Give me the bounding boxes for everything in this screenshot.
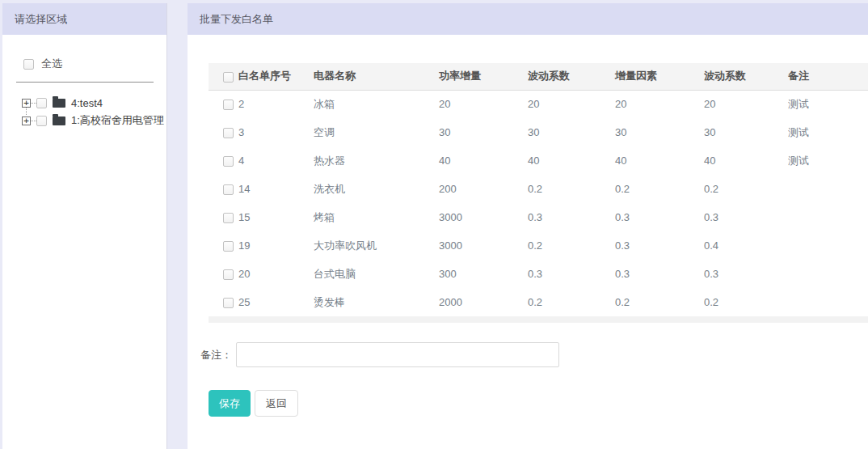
table-cell: 25 xyxy=(238,288,314,316)
table-cell: 30 xyxy=(704,118,788,146)
remark-input[interactable] xyxy=(236,342,559,367)
table-cell: 冰箱 xyxy=(314,90,439,118)
table-cell: 40 xyxy=(528,146,615,175)
expand-plus-icon[interactable]: + xyxy=(22,116,31,125)
table-row: 3空调30303030测试 xyxy=(209,118,868,146)
table-row: 25烫发棒20000.20.20.2 xyxy=(209,288,868,316)
table-cell: 0.3 xyxy=(615,203,704,231)
back-button[interactable]: 返回 xyxy=(255,390,298,417)
table-cell: 40 xyxy=(615,146,704,175)
expand-plus-icon[interactable]: + xyxy=(22,99,31,108)
row-checkbox[interactable] xyxy=(223,213,234,223)
table-cell: 台式电脑 xyxy=(314,260,439,288)
table-cell: 15 xyxy=(238,203,314,231)
table-cell xyxy=(788,288,868,316)
table-cell: 烫发棒 xyxy=(314,288,439,316)
action-buttons: 保存 返回 xyxy=(209,390,298,417)
table-cell: 20 xyxy=(238,260,314,288)
column-header: 功率增量 xyxy=(439,63,528,90)
table-row: 20台式电脑3000.30.30.3 xyxy=(209,260,868,288)
table-cell: 热水器 xyxy=(314,146,439,175)
table-row: 4热水器40404040测试 xyxy=(209,146,868,175)
table-cell: 4 xyxy=(238,146,314,175)
tree-node-label[interactable]: 1:高校宿舍用电管理 xyxy=(71,113,164,128)
whitelist-table-viewport: 白名单序号 电器名称 功率增量 波动系数 增量因素 波动系数 备注 2冰箱202… xyxy=(209,63,868,316)
row-checkbox[interactable] xyxy=(223,269,234,280)
table-cell: 30 xyxy=(615,118,704,146)
row-checkbox[interactable] xyxy=(223,298,234,308)
select-all-rows-checkbox[interactable] xyxy=(223,72,234,83)
folder-icon xyxy=(53,116,65,125)
row-checkbox[interactable] xyxy=(223,100,234,110)
table-cell: 3000 xyxy=(439,231,528,260)
sidebar-divider xyxy=(16,82,154,83)
table-row: 19大功率吹风机30000.20.30.4 xyxy=(209,231,868,260)
row-checkbox[interactable] xyxy=(223,241,234,252)
whitelist-table: 白名单序号 电器名称 功率增量 波动系数 增量因素 波动系数 备注 2冰箱202… xyxy=(209,63,868,316)
column-header: 白名单序号 xyxy=(238,63,314,90)
remark-row: 备注： xyxy=(200,342,559,367)
table-cell: 空调 xyxy=(314,118,439,146)
table-cell: 0.2 xyxy=(615,288,704,316)
table-cell: 14 xyxy=(238,175,314,203)
horizontal-scrollbar[interactable] xyxy=(209,316,868,323)
remark-label: 备注： xyxy=(200,348,232,362)
table-cell: 洗衣机 xyxy=(314,175,439,203)
table-cell: 0.2 xyxy=(704,288,788,316)
table-cell: 测试 xyxy=(788,90,868,118)
table-row: 14洗衣机2000.20.20.2 xyxy=(209,175,868,203)
tree-node-label[interactable]: 4:test4 xyxy=(71,97,103,109)
table-cell: 2 xyxy=(238,90,314,118)
table-cell: 30 xyxy=(528,118,615,146)
table-cell: 0.2 xyxy=(528,175,615,203)
table-cell: 300 xyxy=(439,260,528,288)
tree-node: + 4:test4 xyxy=(22,96,166,109)
page-title: 批量下发白名单 xyxy=(188,3,868,35)
tree-connector xyxy=(31,121,36,121)
table-cell: 0.2 xyxy=(528,288,615,316)
table-cell: 0.2 xyxy=(528,231,615,260)
row-checkbox[interactable] xyxy=(223,156,234,167)
table-cell: 20 xyxy=(528,90,615,118)
table-cell: 0.4 xyxy=(704,231,788,260)
table-cell: 20 xyxy=(615,90,704,118)
sidebar-title: 请选择区域 xyxy=(2,3,166,35)
whitelist-panel: 批量下发白名单 白名单序号 电器名称 功率增量 波动系数 增量因素 波动系数 备… xyxy=(188,3,868,449)
table-cell xyxy=(788,175,868,203)
table-cell: 3 xyxy=(238,118,314,146)
select-all-checkbox[interactable] xyxy=(23,59,34,70)
table-cell: 测试 xyxy=(788,146,868,175)
row-checkbox[interactable] xyxy=(223,184,234,195)
column-header: 增量因素 xyxy=(615,63,704,90)
table-cell: 0.3 xyxy=(615,231,704,260)
select-all-label[interactable]: 全选 xyxy=(41,57,62,71)
table-cell: 0.3 xyxy=(528,260,615,288)
table-cell: 200 xyxy=(439,175,528,203)
select-all-row: 全选 xyxy=(23,57,166,71)
column-header: 电器名称 xyxy=(314,63,439,90)
region-sidebar: 请选择区域 全选 + 4:test4 + 1:高校宿舍用电管理 xyxy=(2,3,167,449)
table-header-row: 白名单序号 电器名称 功率增量 波动系数 增量因素 波动系数 备注 xyxy=(209,63,868,90)
tree-node: + 1:高校宿舍用电管理 xyxy=(22,114,166,127)
table-cell: 40 xyxy=(704,146,788,175)
column-header: 备注 xyxy=(788,63,868,90)
table-cell: 0.3 xyxy=(704,203,788,231)
table-cell: 20 xyxy=(439,90,528,118)
column-header: 波动系数 xyxy=(528,63,615,90)
table-cell: 0.2 xyxy=(615,175,704,203)
table-cell xyxy=(788,231,868,260)
tree-node-checkbox[interactable] xyxy=(36,98,47,108)
table-cell: 0.3 xyxy=(528,203,615,231)
table-cell: 40 xyxy=(439,146,528,175)
table-cell xyxy=(788,260,868,288)
table-cell: 30 xyxy=(439,118,528,146)
region-tree: + 4:test4 + 1:高校宿舍用电管理 xyxy=(22,96,166,127)
table-cell: 0.2 xyxy=(704,175,788,203)
tree-node-checkbox[interactable] xyxy=(36,116,47,126)
table-cell: 20 xyxy=(704,90,788,118)
row-checkbox[interactable] xyxy=(223,128,234,138)
table-cell: 0.3 xyxy=(704,260,788,288)
save-button[interactable]: 保存 xyxy=(209,390,251,417)
table-row: 2冰箱20202020测试 xyxy=(209,90,868,118)
table-cell: 2000 xyxy=(439,288,528,316)
